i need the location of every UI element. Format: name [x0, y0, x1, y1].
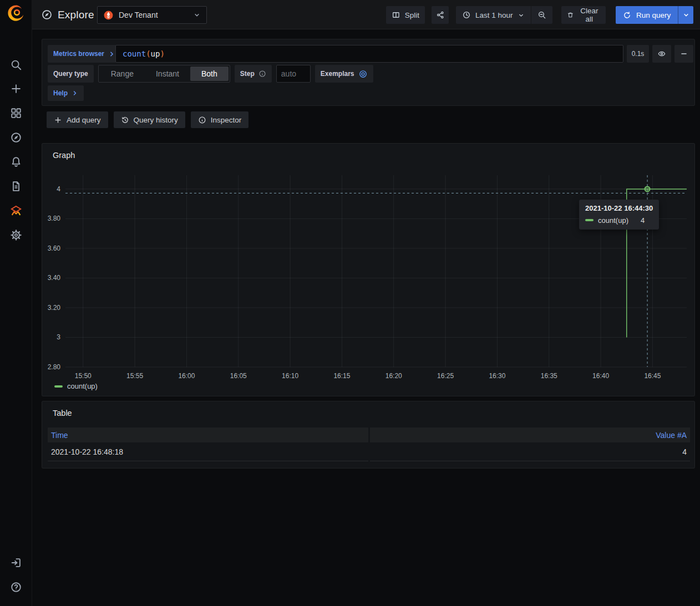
help-link[interactable]: Help — [48, 85, 84, 101]
sidebar — [0, 0, 32, 606]
legend-label: count(up) — [67, 382, 98, 390]
table-header-value[interactable]: Value #A — [370, 427, 691, 442]
svg-text:3.40: 3.40 — [48, 274, 61, 282]
sync-icon — [623, 11, 631, 19]
split-button[interactable]: Split — [386, 6, 425, 24]
svg-text:16:45: 16:45 — [644, 372, 661, 380]
zoom-out-icon — [537, 11, 546, 19]
chevron-right-icon — [72, 90, 78, 96]
metrics-browser-button[interactable]: Metrics browser — [48, 45, 121, 63]
create-plus-icon[interactable] — [10, 83, 22, 95]
chevron-down-icon — [518, 12, 525, 19]
share-button[interactable] — [432, 6, 449, 24]
help-icon[interactable] — [10, 581, 22, 593]
explore-compass-icon[interactable] — [10, 131, 22, 144]
info-circle-icon[interactable] — [258, 70, 266, 78]
svg-text:2.80: 2.80 — [48, 363, 61, 371]
svg-text:16:30: 16:30 — [489, 372, 505, 380]
query-history-button[interactable]: Query history — [114, 111, 185, 128]
svg-text:16:00: 16:00 — [178, 372, 195, 380]
prometheus-icon — [103, 10, 114, 21]
table-panel-title: Table — [53, 409, 72, 417]
clear-all-button[interactable]: Clear all — [561, 6, 606, 24]
compass-icon — [41, 9, 53, 21]
query-type-label: Query type — [48, 65, 94, 83]
documentation-icon[interactable] — [10, 180, 22, 192]
clock-icon — [462, 11, 471, 19]
chevron-right-icon — [108, 50, 115, 58]
promql-query-input[interactable]: count(up) — [115, 45, 623, 63]
configuration-gear-icon[interactable] — [10, 229, 22, 241]
add-query-button[interactable]: Add query — [47, 111, 108, 128]
trash-icon — [567, 11, 574, 19]
query-type-instant[interactable]: Instant — [145, 67, 190, 81]
exemplars-bullseye-icon[interactable] — [358, 69, 368, 79]
top-navigation-bar: Explore Dev Tenant Split Last 1 hour — [32, 0, 700, 29]
query-visibility-toggle[interactable] — [652, 45, 671, 63]
run-query-dropdown[interactable] — [678, 6, 693, 24]
table-panel: Table Time 2021-10-22 16:48:18 Value #A … — [42, 401, 695, 468]
exemplars-option: Exemplars — [315, 65, 373, 83]
grafana-logo-icon[interactable] — [6, 3, 26, 23]
svg-text:16:15: 16:15 — [333, 372, 350, 380]
info-circle-icon — [198, 116, 206, 124]
svg-text:3.60: 3.60 — [48, 245, 61, 252]
svg-text:4: 4 — [57, 185, 60, 193]
time-range-picker[interactable]: Last 1 hour — [456, 6, 531, 24]
run-query-split-button: Run query — [616, 6, 693, 24]
graph-panel-title: Graph — [53, 151, 75, 160]
grafana-explore-page: Explore Dev Tenant Split Last 1 hour — [0, 0, 700, 606]
table-header-time[interactable]: Time — [48, 427, 368, 442]
page-title: Explore — [58, 9, 94, 21]
query-type-selector: Range Instant Both — [98, 65, 230, 83]
step-label: Step — [235, 65, 272, 83]
inspector-button[interactable]: Inspector — [191, 111, 249, 128]
eye-icon — [657, 49, 666, 58]
graph-panel: Graph 43.803.603.403.2032.8015:5015:5516… — [42, 143, 695, 396]
alerting-bell-icon[interactable] — [10, 156, 22, 168]
svg-text:3: 3 — [57, 333, 60, 341]
legend-item[interactable]: count(up) — [54, 382, 98, 390]
graph-tooltip: 2021-10-22 16:44:30 count(up) 4 — [579, 200, 659, 230]
query-type-both[interactable]: Both — [190, 67, 229, 81]
mimir-icon[interactable] — [10, 205, 22, 217]
svg-text:16:35: 16:35 — [541, 372, 557, 380]
step-input[interactable] — [276, 65, 311, 83]
tooltip-series-swatch — [585, 219, 594, 221]
results-table: Time 2021-10-22 16:48:18 Value #A 4 — [48, 427, 690, 461]
query-editor-panel: Metrics browser count(up) 0.1s Query typ… — [42, 39, 695, 106]
table-cell-value: 4 — [370, 442, 691, 461]
sign-in-icon[interactable] — [10, 557, 22, 569]
run-query-button[interactable]: Run query — [616, 6, 678, 24]
query-type-range[interactable]: Range — [100, 67, 145, 81]
svg-text:15:50: 15:50 — [75, 372, 92, 380]
datasource-picker[interactable]: Dev Tenant — [97, 6, 207, 24]
zoom-out-button[interactable] — [531, 6, 552, 24]
table-cell-time: 2021-10-22 16:48:18 — [48, 442, 368, 461]
svg-text:16:05: 16:05 — [230, 372, 247, 380]
remove-query-button[interactable] — [674, 45, 693, 63]
datasource-name: Dev Tenant — [119, 11, 188, 19]
split-icon — [392, 11, 400, 19]
query-options-row: Query type Range Instant Both Step Exemp… — [48, 65, 373, 83]
dashboards-icon[interactable] — [10, 107, 22, 119]
chevron-down-icon — [193, 11, 201, 19]
search-icon[interactable] — [10, 59, 22, 71]
svg-text:3.20: 3.20 — [48, 304, 61, 312]
explore-header: Explore — [41, 0, 94, 29]
minus-icon — [679, 49, 688, 58]
query-duration-badge: 0.1s — [627, 45, 649, 63]
svg-text:3.80: 3.80 — [48, 215, 61, 222]
svg-text:16:10: 16:10 — [282, 372, 298, 380]
time-picker-group: Last 1 hour — [456, 6, 552, 24]
svg-text:15:55: 15:55 — [126, 372, 143, 380]
tooltip-series-name: count(up) — [598, 216, 628, 225]
svg-text:16:20: 16:20 — [385, 372, 402, 380]
series-color-swatch — [54, 385, 63, 388]
chevron-down-icon — [682, 11, 690, 19]
plus-icon — [54, 116, 62, 124]
tooltip-timestamp: 2021-10-22 16:44:30 — [585, 204, 653, 212]
svg-text:16:25: 16:25 — [437, 372, 454, 380]
share-icon — [436, 11, 445, 19]
explore-toolbar: Add query Query history Inspector — [47, 111, 248, 128]
